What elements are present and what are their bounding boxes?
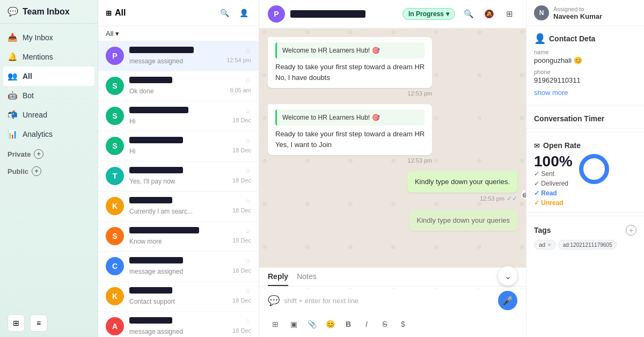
menu-button[interactable]: ≡ — [30, 314, 47, 332]
sidebar-item-bot[interactable]: 🤖 Bot — [0, 86, 98, 105]
add-public-button[interactable]: + — [32, 166, 41, 176]
svg-point-1 — [581, 156, 607, 182]
sidebar-footer: ⊞ ≡ — [0, 309, 98, 337]
sidebar-item-my-inbox[interactable]: 📥 My Inbox — [0, 28, 98, 47]
table-toolbar-button[interactable]: ⊞ — [268, 317, 283, 332]
conv-name-7 — [129, 227, 199, 233]
conv-preview-2: Ok done — [129, 87, 153, 95]
italic-button[interactable]: I — [359, 317, 374, 332]
conv-body-8: message assigned — [129, 257, 227, 276]
conv-list-title-text: All — [115, 8, 126, 18]
inbox-icon: 💬 — [8, 6, 18, 17]
conv-avatar-7: S — [106, 227, 124, 245]
tag-ad-close[interactable]: × — [547, 241, 551, 248]
conv-time-6: 18 Dec — [232, 207, 251, 214]
filter-row: All ▾ — [98, 26, 259, 41]
emoji-button[interactable]: 😊 — [323, 317, 338, 332]
reply-tab[interactable]: Reply — [268, 268, 288, 286]
star-icon-8[interactable]: ☆ — [245, 257, 251, 265]
conv-time-7: 18 Dec — [232, 237, 251, 244]
conv-item-3[interactable]: S Hi ☆ 18 Dec — [98, 101, 259, 131]
phone-field: phone 919629110311 — [526, 67, 644, 86]
conv-item-10[interactable]: A message assigned ☆ 18 Dec — [98, 312, 259, 337]
conv-item-2[interactable]: S Ok done ☆ 8:05 am — [98, 71, 259, 101]
mic-button[interactable]: 🎤 — [498, 291, 517, 310]
star-icon-5[interactable]: ☆ — [245, 167, 251, 175]
filter-label: All — [106, 30, 113, 38]
time-value-1: 12:53 pm — [407, 90, 432, 97]
sidebar-item-mentions[interactable]: 🔔 Mentions — [0, 47, 98, 67]
conv-item-8[interactable]: C message assigned ☆ 18 Dec — [98, 252, 259, 282]
conv-avatar-9: K — [106, 287, 124, 305]
time-value-2: 12:53 pm — [407, 157, 432, 164]
conv-item-9[interactable]: K Contact support ☆ 18 Dec — [98, 282, 259, 312]
star-icon-2[interactable]: ☆ — [245, 77, 251, 85]
conv-body-2: Ok done — [129, 77, 224, 96]
filter-button[interactable]: All ▾ — [106, 30, 119, 38]
stat-sent: ✓ Sent — [534, 170, 573, 178]
sidebar-item-all[interactable]: 👥 All — [3, 67, 94, 86]
sidebar-item-bot-label: Bot — [23, 91, 34, 100]
scroll-down-button[interactable]: ⌄ — [498, 266, 517, 285]
public-label: Public — [8, 167, 28, 175]
conv-name-3 — [129, 107, 188, 113]
attachment-button[interactable]: 📎 — [304, 317, 319, 332]
star-icon-3[interactable]: ☆ — [245, 107, 251, 115]
chat-actions: 🔍 🔕 ⊞ — [460, 6, 517, 22]
conv-preview-4: Hi — [129, 148, 135, 155]
chevron-down-icon: ▾ — [115, 30, 119, 38]
conv-avatar-8: C — [106, 257, 124, 275]
conv-name-1 — [129, 47, 194, 53]
star-icon-1[interactable]: ☆ — [245, 47, 251, 55]
divider-1 — [526, 105, 644, 106]
conv-avatar-10: A — [106, 317, 124, 335]
bold-button[interactable]: B — [341, 317, 356, 332]
show-more-link[interactable]: show more — [526, 86, 644, 102]
conv-item-5[interactable]: T Yes, I'll pay now ☆ 18 Dec — [98, 162, 259, 192]
add-tag-button[interactable]: + — [626, 225, 636, 236]
search-button[interactable]: 🔍 — [217, 5, 232, 20]
toolbar-row: ⊞ ▣ 📎 😊 B I S $ — [259, 314, 526, 337]
star-icon-9[interactable]: ☆ — [245, 287, 251, 295]
conv-meta-4: ☆ 18 Dec — [232, 137, 251, 153]
add-private-button[interactable]: + — [34, 149, 43, 159]
strikethrough-button[interactable]: S — [377, 317, 392, 332]
conv-item-6[interactable]: K Currently I am searc... ☆ 18 Dec — [98, 192, 259, 222]
dollar-sign-button[interactable]: $ — [396, 317, 411, 332]
conv-item-1[interactable]: P message assigned ☆ 12:54 pm — [98, 41, 259, 71]
message-4: Kindly type down your queries — [409, 210, 517, 231]
tags-section: Tags + ad × ad:12021211179605 — [526, 219, 644, 255]
sidebar-section-public[interactable]: Public + — [0, 161, 98, 178]
mute-button[interactable]: 🔕 — [481, 6, 497, 22]
status-badge[interactable]: In Progress ▾ — [402, 8, 455, 20]
message-2: Welcome to HR Learners Hub! 🎯 Ready to t… — [268, 104, 432, 164]
layout-toolbar-button[interactable]: ▣ — [286, 317, 301, 332]
star-icon-6[interactable]: ☆ — [245, 197, 251, 205]
chat-area: P In Progress ▾ 🔍 🔕 ⊞ Welcome to HR Lear… — [259, 0, 526, 337]
conv-avatar-2: S — [106, 77, 124, 95]
conv-preview-8: message assigned — [129, 268, 183, 275]
tag-ad-label: ad — [539, 241, 545, 248]
star-icon-10[interactable]: ☆ — [245, 317, 251, 325]
expand-button[interactable]: ⊞ — [501, 6, 517, 22]
message-3: Kindly type down your queries. 🤖 12:53 p… — [407, 171, 517, 202]
star-icon-4[interactable]: ☆ — [245, 137, 251, 145]
chat-input-area: Reply Notes 💬 shift + enter for next lin… — [259, 267, 526, 337]
assigned-name: Naveen Kumar — [553, 12, 602, 20]
toggle-sidebar-button[interactable]: ⊞ — [8, 314, 25, 332]
person-button[interactable]: 👤 — [236, 5, 251, 20]
reply-notes-tabs: Reply Notes — [259, 268, 526, 287]
search-chat-button[interactable]: 🔍 — [460, 6, 477, 22]
conv-body-4: Hi — [129, 137, 227, 156]
conv-item-4[interactable]: S Hi ☆ 18 Dec — [98, 131, 259, 162]
notes-tab[interactable]: Notes — [297, 268, 317, 286]
conv-item-7[interactable]: S Know more ☆ 18 Dec — [98, 222, 259, 252]
tag-long-label: ad:12021211179605 — [563, 242, 612, 248]
sidebar-item-analytics[interactable]: 📊 Analytics — [0, 124, 98, 144]
sidebar-section-private[interactable]: Private + — [0, 144, 98, 161]
sidebar-item-unread[interactable]: 📬 Unread — [0, 105, 98, 124]
star-icon-7[interactable]: ☆ — [245, 227, 251, 235]
private-label: Private — [8, 150, 31, 158]
chat-input[interactable]: shift + enter for next line — [284, 292, 494, 309]
msg-time-2: 12:53 pm — [268, 157, 432, 164]
